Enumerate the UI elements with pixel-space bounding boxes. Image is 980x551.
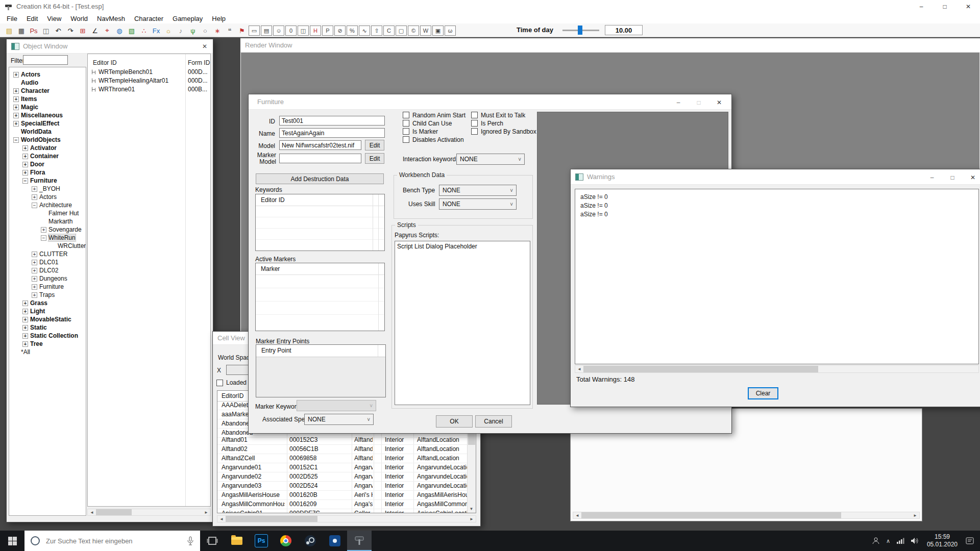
toolbar-icon[interactable]: ∴ <box>138 25 150 36</box>
keywords-column-header[interactable]: Editor ID <box>261 196 285 204</box>
editor-id-column-header[interactable]: Editor ID <box>93 59 117 66</box>
cell-row[interactable]: AlftandZCell 00069858 Alftand ... Interi… <box>217 454 468 463</box>
keywords-list[interactable]: Editor ID <box>255 194 385 251</box>
checkbox[interactable] <box>471 112 478 118</box>
scroll-left-icon[interactable]: ◄ <box>217 516 226 522</box>
tree-item[interactable]: − WhiteRun <box>9 234 86 242</box>
cell-editor-id-header[interactable]: EditorID <box>222 392 243 399</box>
warnings-close-icon[interactable]: ✕ <box>963 170 980 185</box>
toolbar-icon[interactable]: Ps <box>28 25 40 36</box>
tree-item[interactable]: − Architecture <box>9 201 86 209</box>
scroll-down-icon[interactable]: ▼ <box>468 505 475 513</box>
toolbar-icon[interactable]: ⊘ <box>334 26 346 36</box>
cell-row[interactable]: AngasMillCommonHouse 00016209 Anga's ...… <box>217 500 468 509</box>
tree-item[interactable]: + Character <box>9 87 86 95</box>
cell-row[interactable]: Alftand01 000152C3 Alftand ... Interior … <box>217 436 468 445</box>
tree-item[interactable]: + Traps <box>9 291 86 299</box>
papyrus-scripts-list[interactable]: Script List Dialog Placeholder <box>395 241 530 405</box>
volume-button[interactable] <box>908 531 922 551</box>
checkbox[interactable] <box>403 136 409 143</box>
filter-input[interactable] <box>23 55 68 65</box>
toolbar-icon[interactable]: ▭ <box>249 26 260 36</box>
tree-item[interactable]: + Items <box>9 95 86 103</box>
cell-row[interactable]: AnisesCabin01 000DDF7C Cellar Interior A… <box>217 509 468 513</box>
menu-item[interactable]: NavMesh <box>92 15 130 22</box>
scroll-right-icon[interactable]: ► <box>468 516 476 522</box>
toolbar-icon[interactable]: ▦ <box>15 25 28 36</box>
toolbar-icon[interactable]: ⌖ <box>101 25 113 36</box>
warning-line[interactable]: aSize != 0 <box>575 192 978 201</box>
toolbar-icon[interactable]: % <box>347 26 358 36</box>
tree-item[interactable]: + MovableStatic <box>9 315 86 323</box>
model-input[interactable]: New Nif\wrscafstr02test.nif <box>279 140 361 150</box>
toolbar-icon[interactable]: ⇧ <box>371 26 382 36</box>
associated-spell-combo[interactable]: NONE˅ <box>304 414 374 425</box>
tree-item[interactable]: *All <box>9 348 86 356</box>
furniture-checkbox-row[interactable]: Is Perch <box>471 120 536 127</box>
expand-toggle-icon[interactable]: − <box>22 178 28 184</box>
warnings-minimize-icon[interactable]: – <box>922 170 942 185</box>
chrome-button[interactable] <box>274 531 298 551</box>
scroll-thumb[interactable] <box>96 509 132 515</box>
expand-toggle-icon[interactable]: + <box>32 186 37 192</box>
toolbar-icon[interactable]: ↷ <box>64 25 77 36</box>
furniture-checkbox-row[interactable]: Is Marker <box>403 128 465 135</box>
scroll-left-icon[interactable]: ◄ <box>88 509 96 515</box>
tree-item[interactable]: + Tree <box>9 340 86 348</box>
scroll-thumb[interactable] <box>226 516 317 522</box>
menu-item[interactable]: View <box>42 15 66 22</box>
search-input[interactable] <box>45 537 187 545</box>
expand-toggle-icon[interactable]: + <box>32 292 37 298</box>
warnings-list[interactable]: aSize != 0aSize != 0aSize != 0 <box>575 189 979 364</box>
expand-toggle-icon[interactable]: + <box>22 300 28 306</box>
entry-point-column-header[interactable]: Entry Point <box>261 347 291 354</box>
scroll-thumb[interactable] <box>581 512 841 518</box>
toolbar-icon[interactable]: ∠ <box>89 25 101 36</box>
tree-item[interactable]: + Activator <box>9 144 86 152</box>
checkbox[interactable] <box>403 120 409 127</box>
warning-line[interactable]: aSize != 0 <box>575 210 978 218</box>
model-edit-button[interactable]: Edit <box>365 140 384 151</box>
furniture-titlebar[interactable]: Furniture <box>249 94 731 110</box>
tree-item[interactable]: + Static Collection <box>9 332 86 340</box>
expand-toggle-icon[interactable]: − <box>41 235 46 241</box>
object-list-hscrollbar[interactable]: ◄ ► <box>87 509 211 516</box>
checkbox[interactable] <box>471 128 478 135</box>
toolbar-icon[interactable]: ▤ <box>261 26 272 36</box>
expand-toggle-icon[interactable]: − <box>32 203 37 208</box>
tree-item[interactable]: + _BYOH <box>9 185 86 193</box>
tree-item[interactable]: + Static <box>9 323 86 332</box>
warnings-maximize-icon[interactable]: □ <box>942 170 963 185</box>
furniture-checkbox-row[interactable]: Disables Activation <box>403 136 465 143</box>
expand-toggle-icon[interactable]: + <box>22 333 28 339</box>
interaction-keyword-combo[interactable]: NONE˅ <box>456 154 525 165</box>
toolbar-icon[interactable]: ∗ <box>211 25 224 36</box>
tree-item[interactable]: + Magic <box>9 103 86 111</box>
time-of-day-value[interactable]: 10.00 <box>605 25 643 35</box>
furniture-minimize-icon[interactable]: – <box>668 95 689 110</box>
checkbox[interactable] <box>403 112 409 118</box>
toolbar-icon[interactable]: ▢ <box>396 26 407 36</box>
expand-toggle-icon[interactable]: + <box>13 113 19 118</box>
cell-row[interactable]: Angarvunde01 000152C1 Angarv... Interior… <box>217 463 468 472</box>
tree-item[interactable]: + Light <box>9 307 86 315</box>
object-list-row[interactable]: WRTempleBench01 000D... <box>88 68 210 77</box>
toolbar-icon[interactable]: Fx <box>150 25 162 36</box>
toolbar-icon[interactable]: H <box>310 26 321 36</box>
toolbar-icon[interactable]: ∿ <box>359 26 370 36</box>
toolbar-icon[interactable]: P <box>322 26 333 36</box>
furniture-checkbox-row[interactable]: Must Exit to Talk <box>471 112 536 118</box>
expand-toggle-icon[interactable]: + <box>32 284 37 290</box>
toolbar-icon[interactable]: ⚑ <box>236 25 248 36</box>
steam-button[interactable] <box>298 531 323 551</box>
toolbar-icon[interactable]: ❝ <box>224 25 236 36</box>
expand-toggle-icon[interactable]: + <box>22 309 28 314</box>
scroll-right-icon[interactable]: ► <box>202 509 210 515</box>
tree-item[interactable]: WRClutter <box>9 242 86 250</box>
minimize-button[interactable]: – <box>910 0 933 13</box>
marker-model-input[interactable] <box>279 154 361 163</box>
tree-item[interactable]: + Miscellaneous <box>9 111 86 119</box>
marker-model-edit-button[interactable]: Edit <box>365 153 384 164</box>
taskbar-clock[interactable]: 15:59 05.01.2020 <box>922 533 963 548</box>
expand-toggle-icon[interactable]: + <box>41 227 46 233</box>
